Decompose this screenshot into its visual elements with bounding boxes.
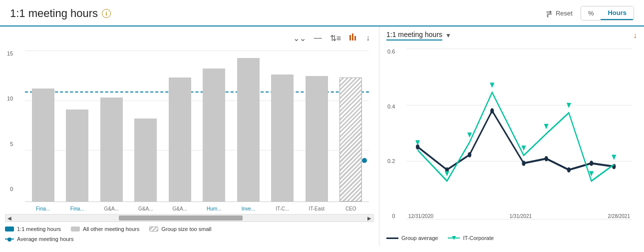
legend-label-small: Group size too small xyxy=(161,226,211,232)
bar-fina1 xyxy=(32,88,54,202)
y-label-0.6: 0.6 xyxy=(387,48,395,54)
percent-toggle[interactable]: % xyxy=(581,6,601,20)
bar-chart-icon[interactable] xyxy=(349,32,358,44)
bar-label-fina1: Fina... xyxy=(36,206,50,212)
expand-icon[interactable]: ⌄⌄ xyxy=(293,34,306,43)
chart-legend: 1:1 meeting hours All other meeting hour… xyxy=(5,224,374,232)
svg-point-8 xyxy=(545,156,548,161)
svg-marker-13 xyxy=(445,171,449,176)
bar-group-ga1: G&A... xyxy=(95,50,128,202)
svg-marker-15 xyxy=(490,82,494,88)
scroll-left-arrow[interactable]: ◀ xyxy=(6,216,12,221)
bar-ga1 xyxy=(100,98,123,202)
bar-group-ceo: CEO xyxy=(335,50,367,202)
bar-ga3 xyxy=(169,78,191,202)
reset-label: Reset xyxy=(556,10,573,17)
svg-point-7 xyxy=(522,160,525,166)
legend-small: Group size too small xyxy=(149,226,211,232)
svg-point-6 xyxy=(490,108,494,113)
page-header: 1:1 meeting hours i Reset % Hours xyxy=(0,0,644,26)
info-icon[interactable]: i xyxy=(102,9,111,18)
bar-fina2 xyxy=(66,110,88,202)
right-download-icon[interactable]: ↓ xyxy=(633,31,637,40)
svg-point-9 xyxy=(567,167,571,172)
scrollbar[interactable]: ◀ ▶ xyxy=(5,214,374,222)
header-right: Reset % Hours xyxy=(541,6,634,20)
left-panel: ⌄⌄ — ⇅≡ ↓ 15 10 5 0 xyxy=(0,26,379,246)
legend-swatch-striped xyxy=(149,226,158,232)
x-label-feb: 2/28/2021 xyxy=(608,214,631,219)
filter-icon[interactable]: ⇅≡ xyxy=(330,34,341,43)
bar-group-ga2: G&A... xyxy=(130,50,162,202)
x-label-dec: 12/31/2020 xyxy=(408,214,433,219)
right-panel: 1:1 meeting hours ▼ ↓ 0.6 0.4 0.2 0 xyxy=(379,26,644,246)
hours-toggle[interactable]: Hours xyxy=(601,6,634,20)
header-left: 1:1 meeting hours i xyxy=(10,7,111,20)
bar-label-ga2: G&A... xyxy=(138,206,153,212)
bar-group-hum: Hum... xyxy=(198,50,231,202)
chart-inner: Fina... Fina... G&A... G&A... xyxy=(25,50,369,202)
bar-group-fina1: Fina... xyxy=(27,50,59,202)
reset-icon xyxy=(545,10,553,18)
legend-label-1meeting: 1:1 meeting hours xyxy=(17,226,61,232)
legend-group-avg: Group average xyxy=(386,235,438,241)
dropdown-arrow-icon[interactable]: ▼ xyxy=(445,32,451,39)
y-axis-labels: 15 10 5 0 xyxy=(7,50,13,192)
y-label-10: 10 xyxy=(7,96,13,102)
line-chart-svg xyxy=(406,48,632,219)
svg-marker-18 xyxy=(567,103,571,108)
bar-group-itc: IT-C... xyxy=(267,50,299,202)
chart-legend-2: Average meeting hours xyxy=(5,234,374,242)
legend-avg: Average meeting hours xyxy=(5,236,74,242)
bar-chart-area: 15 10 5 0 Fina... xyxy=(5,46,374,212)
download-icon[interactable]: ↓ xyxy=(366,34,370,42)
bar-hum xyxy=(203,68,225,202)
line-y-labels: 0.6 0.4 0.2 0 xyxy=(387,48,395,219)
right-chart-legend: Group average IT-Corporate xyxy=(386,234,637,242)
page-title: 1:1 meeting hours xyxy=(10,7,98,20)
legend-solid-dark xyxy=(386,238,398,239)
legend-other: All other meeting hours xyxy=(71,226,139,232)
reset-button[interactable]: Reset xyxy=(541,8,577,20)
bar-label-hum: Hum... xyxy=(207,206,221,212)
legend-label-group-avg: Group average xyxy=(401,235,438,241)
bar-label-ga1: G&A... xyxy=(104,206,119,212)
bar-label-iteast: IT-East xyxy=(309,206,324,212)
legend-teal-triangle xyxy=(448,238,460,238)
svg-rect-1 xyxy=(352,34,353,40)
svg-marker-20 xyxy=(612,154,616,160)
right-title-row: 1:1 meeting hours ▼ xyxy=(386,30,451,40)
y-label-0: 0 xyxy=(392,213,395,219)
legend-label-avg: Average meeting hours xyxy=(17,236,74,242)
bars-container: Fina... Fina... G&A... G&A... xyxy=(25,50,369,202)
y-label-0.4: 0.4 xyxy=(387,104,395,110)
legend-it-corp: IT-Corporate xyxy=(448,235,494,241)
chart-toolbar: ⌄⌄ — ⇅≡ ↓ xyxy=(5,30,374,46)
x-axis-labels: 12/31/2020 1/31/2021 2/28/2021 xyxy=(406,214,632,219)
scroll-right-arrow[interactable]: ▶ xyxy=(366,216,372,221)
bar-iteast xyxy=(306,76,328,202)
y-label-0: 0 xyxy=(10,186,13,192)
legend-swatch-gray xyxy=(71,226,80,232)
svg-rect-0 xyxy=(349,35,351,40)
legend-1meeting: 1:1 meeting hours xyxy=(5,226,61,232)
bar-label-fina2: Fina... xyxy=(70,206,84,212)
legend-label-it-corp: IT-Corporate xyxy=(463,235,494,241)
svg-marker-12 xyxy=(415,140,420,146)
svg-rect-2 xyxy=(354,36,356,40)
right-chart-header: 1:1 meeting hours ▼ ↓ xyxy=(386,30,637,40)
svg-marker-16 xyxy=(522,146,526,150)
svg-marker-14 xyxy=(467,132,472,138)
minus-icon[interactable]: — xyxy=(314,34,322,42)
legend-swatch-teal xyxy=(5,226,14,232)
view-toggle[interactable]: % Hours xyxy=(581,6,634,20)
line-grid-bottom xyxy=(406,219,632,220)
scrollbar-thumb[interactable] xyxy=(119,216,243,220)
svg-marker-17 xyxy=(544,124,549,129)
bar-label-inve: Inve... xyxy=(242,206,255,212)
right-chart-title: 1:1 meeting hours xyxy=(386,30,442,40)
bar-group-iteast: IT-East xyxy=(301,50,333,202)
svg-point-10 xyxy=(590,160,593,166)
bar-chart-svg xyxy=(349,32,358,42)
bar-label-itc: IT-C... xyxy=(276,206,289,212)
